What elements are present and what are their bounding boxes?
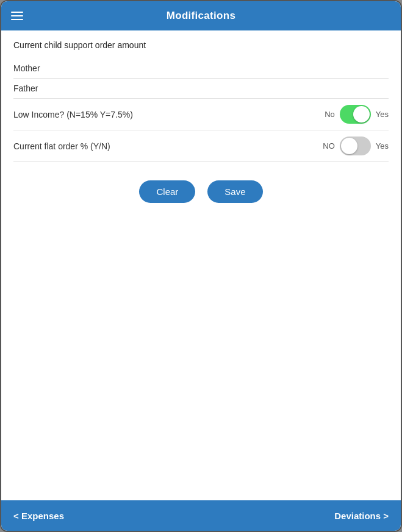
flat-order-yes-label: Yes: [376, 141, 389, 151]
hamburger-icon[interactable]: [11, 12, 23, 20]
low-income-slider: [340, 105, 371, 124]
mother-input[interactable]: [352, 63, 389, 73]
flat-order-toggle-container: NO Yes: [323, 137, 389, 155]
clear-button[interactable]: Clear: [139, 180, 195, 203]
low-income-label: Low Income? (N=15% Y=7.5%): [13, 110, 133, 119]
father-row: Father: [13, 79, 389, 99]
flat-order-no-label: NO: [323, 141, 335, 151]
buttons-row: Clear Save: [13, 180, 389, 203]
forward-deviations-button[interactable]: Deviations >: [334, 511, 389, 521]
flat-order-row: Current flat order % (Y/N) NO Yes: [13, 130, 389, 162]
low-income-toggle[interactable]: [340, 105, 371, 124]
low-income-yes-label: Yes: [376, 110, 389, 119]
father-label: Father: [13, 83, 38, 93]
mother-label: Mother: [13, 63, 40, 73]
flat-order-slider: [340, 137, 371, 155]
flat-order-toggle[interactable]: [340, 137, 371, 155]
back-expenses-button[interactable]: < Expenses: [13, 511, 64, 521]
top-bar: Modifications: [1, 1, 401, 30]
device-frame: Modifications Current child support orde…: [0, 0, 402, 532]
mother-row: Mother: [13, 59, 389, 79]
flat-order-label: Current flat order % (Y/N): [13, 141, 110, 151]
low-income-toggle-container: No Yes: [325, 105, 389, 124]
low-income-no-label: No: [325, 110, 335, 119]
section-title: Current child support order amount: [13, 40, 389, 50]
bottom-bar: < Expenses Deviations >: [1, 500, 401, 531]
save-button[interactable]: Save: [207, 180, 262, 203]
low-income-row: Low Income? (N=15% Y=7.5%) No Yes: [13, 99, 389, 130]
page-title: Modifications: [167, 10, 235, 22]
main-content: Current child support order amount Mothe…: [1, 30, 401, 500]
father-input[interactable]: [352, 83, 389, 93]
